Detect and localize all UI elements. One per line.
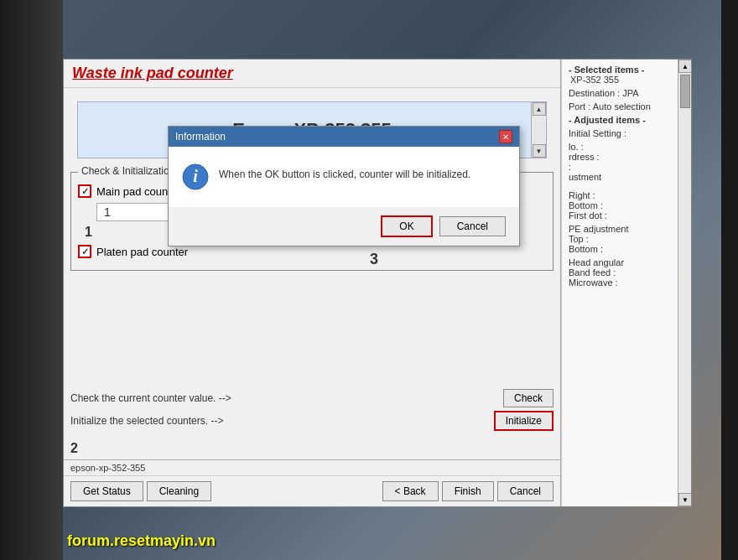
modal-ok-button[interactable]: OK — [381, 215, 432, 237]
modal-message: When the OK button is clicked, counter w… — [219, 163, 470, 182]
modal-overlay: Information ✕ i When the OK button is cl… — [0, 0, 738, 560]
information-dialog: Information ✕ i When the OK button is cl… — [168, 126, 520, 246]
modal-title: Information — [175, 131, 226, 143]
svg-text:i: i — [193, 167, 198, 185]
modal-titlebar: Information ✕ — [169, 127, 519, 147]
modal-body: i When the OK button is clicked, counter… — [169, 147, 519, 207]
modal-cancel-button[interactable]: Cancel — [439, 216, 506, 236]
modal-close-button[interactable]: ✕ — [499, 130, 512, 143]
step3-number: 3 — [370, 251, 378, 268]
info-icon: i — [182, 163, 209, 190]
modal-footer: 3 OK Cancel — [169, 207, 519, 246]
